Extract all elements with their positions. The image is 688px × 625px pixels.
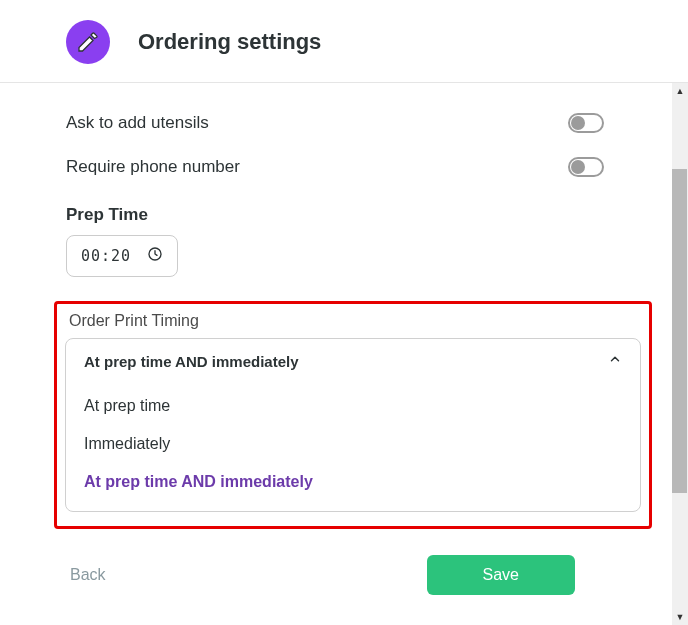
scroll-thumb[interactable] bbox=[672, 169, 687, 493]
edit-icon bbox=[66, 20, 110, 64]
settings-modal: Ordering settings Ask to add utensils Re… bbox=[0, 0, 688, 625]
back-button[interactable]: Back bbox=[70, 566, 106, 584]
highlight-box: Order Print Timing At prep time AND imme… bbox=[54, 301, 652, 529]
content-wrapper: Ask to add utensils Require phone number… bbox=[0, 83, 688, 625]
dropdown-option-prep-time[interactable]: At prep time bbox=[66, 387, 640, 425]
order-print-label: Order Print Timing bbox=[65, 312, 641, 330]
phone-row: Require phone number bbox=[66, 145, 642, 189]
chevron-up-icon bbox=[608, 352, 622, 370]
prep-time-label: Prep Time bbox=[66, 205, 642, 225]
scrollbar[interactable]: ▲ ▼ bbox=[672, 83, 688, 625]
clock-icon bbox=[147, 246, 163, 266]
phone-label: Require phone number bbox=[66, 157, 240, 177]
dropdown-option-immediately[interactable]: Immediately bbox=[66, 425, 640, 463]
order-print-dropdown[interactable]: At prep time AND immediately At prep tim… bbox=[65, 338, 641, 512]
dropdown-options: At prep time Immediately At prep time AN… bbox=[66, 383, 640, 511]
prep-time-value: 00:20 bbox=[81, 247, 131, 265]
scroll-down-icon[interactable]: ▼ bbox=[672, 609, 688, 625]
utensils-label: Ask to add utensils bbox=[66, 113, 209, 133]
toggle-knob bbox=[571, 116, 585, 130]
save-button[interactable]: Save bbox=[427, 555, 575, 595]
modal-footer: Back Save bbox=[66, 529, 642, 595]
utensils-row: Ask to add utensils bbox=[66, 101, 642, 145]
modal-header: Ordering settings bbox=[0, 0, 688, 83]
phone-toggle[interactable] bbox=[568, 157, 604, 177]
dropdown-selected-value: At prep time AND immediately bbox=[84, 353, 299, 370]
scroll-up-icon[interactable]: ▲ bbox=[672, 83, 688, 99]
toggle-knob bbox=[571, 160, 585, 174]
utensils-toggle[interactable] bbox=[568, 113, 604, 133]
prep-time-input[interactable]: 00:20 bbox=[66, 235, 178, 277]
dropdown-header[interactable]: At prep time AND immediately bbox=[66, 339, 640, 383]
page-title: Ordering settings bbox=[138, 29, 321, 55]
settings-content: Ask to add utensils Require phone number… bbox=[0, 83, 672, 625]
dropdown-option-both[interactable]: At prep time AND immediately bbox=[66, 463, 640, 501]
